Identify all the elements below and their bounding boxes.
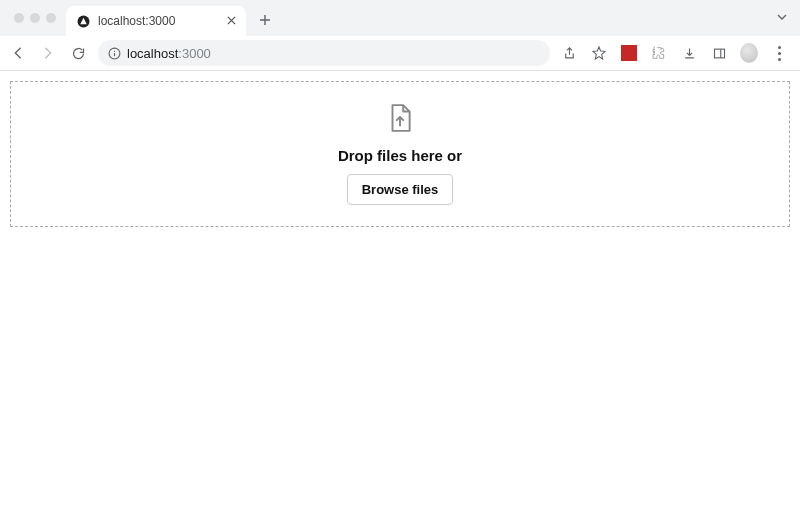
back-button[interactable] <box>8 43 28 63</box>
address-host: localhost <box>127 46 178 61</box>
toolbar: localhost:3000 <box>0 36 800 70</box>
dropzone[interactable]: Drop files here or Browse files <box>10 81 790 227</box>
page-content: Drop files here or Browse files <box>0 71 800 237</box>
new-tab-button[interactable] <box>252 7 278 33</box>
svg-point-2 <box>114 50 115 51</box>
download-icon[interactable] <box>680 44 698 62</box>
close-tab-icon[interactable] <box>227 14 236 28</box>
file-upload-icon <box>387 103 413 137</box>
reload-button[interactable] <box>68 43 88 63</box>
site-info-icon[interactable] <box>108 47 121 60</box>
svg-rect-3 <box>114 52 115 55</box>
extensions-puzzle-icon[interactable] <box>650 44 668 62</box>
avatar[interactable] <box>740 44 758 62</box>
tab-title: localhost:3000 <box>98 14 219 28</box>
maximize-window-icon[interactable] <box>46 13 56 23</box>
window-controls <box>8 13 66 23</box>
tab-active[interactable]: localhost:3000 <box>66 6 246 36</box>
menu-icon[interactable] <box>770 44 788 62</box>
browser-chrome: localhost:3000 localhost:3000 <box>0 0 800 71</box>
address-bar[interactable]: localhost:3000 <box>98 40 550 66</box>
dropzone-label: Drop files here or <box>338 147 462 164</box>
forward-button[interactable] <box>38 43 58 63</box>
toolbar-right <box>560 44 792 62</box>
minimize-window-icon[interactable] <box>30 13 40 23</box>
svg-rect-4 <box>714 49 724 58</box>
panel-icon[interactable] <box>710 44 728 62</box>
extension-icon[interactable] <box>620 44 638 62</box>
close-window-icon[interactable] <box>14 13 24 23</box>
share-icon[interactable] <box>560 44 578 62</box>
address-text: localhost:3000 <box>127 46 211 61</box>
star-icon[interactable] <box>590 44 608 62</box>
address-port: :3000 <box>178 46 211 61</box>
browse-files-button[interactable]: Browse files <box>347 174 454 205</box>
chevron-down-icon[interactable] <box>776 10 788 26</box>
tab-strip: localhost:3000 <box>0 0 800 36</box>
favicon-icon <box>76 14 90 28</box>
